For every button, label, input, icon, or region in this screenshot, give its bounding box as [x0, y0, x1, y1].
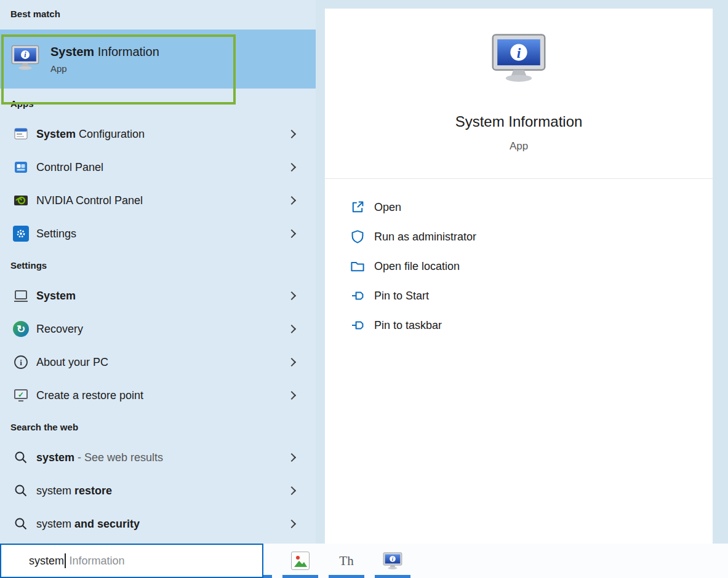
- result-label: NVIDIA Control Panel: [36, 194, 143, 207]
- best-match-header: Best match: [0, 0, 316, 30]
- info-circle-icon: i: [12, 354, 30, 371]
- result-label: System Configuration: [36, 128, 145, 141]
- chevron-right-icon[interactable]: [285, 131, 298, 137]
- result-row-about-your-pc[interactable]: i About your PC: [0, 346, 316, 379]
- action-run-as-administrator[interactable]: Run as administrator: [350, 222, 713, 251]
- control-panel-icon: [12, 159, 30, 176]
- chevron-right-icon[interactable]: [285, 392, 298, 398]
- system-configuration-icon: [12, 125, 30, 143]
- result-row-recovery[interactable]: ↻ Recovery: [0, 312, 316, 346]
- preview-panel: System Information App Open: [316, 0, 728, 544]
- best-match-title: System Information: [50, 45, 159, 58]
- image-viewer-icon: [291, 552, 310, 570]
- result-label: system restore: [36, 485, 112, 497]
- result-row-nvidia-control-panel[interactable]: NVIDIA Control Panel: [0, 184, 316, 217]
- pin-icon: [350, 288, 366, 304]
- result-label: About your PC: [36, 356, 108, 369]
- recovery-icon: ↻: [12, 320, 30, 338]
- svg-text:i: i: [20, 358, 22, 367]
- result-label: Recovery: [36, 323, 83, 336]
- restore-point-icon: ✓: [12, 387, 30, 404]
- text-app-button[interactable]: Th: [337, 551, 356, 571]
- search-typed-text: system: [29, 555, 64, 568]
- settings-gear-icon: [12, 225, 30, 242]
- action-open-file-location[interactable]: Open file location: [350, 251, 713, 281]
- file-location-icon: [350, 258, 366, 274]
- text-caret: [65, 553, 66, 568]
- action-label: Run as administrator: [374, 231, 476, 243]
- result-label: Settings: [36, 228, 76, 240]
- action-label: Pin to Start: [374, 290, 429, 303]
- text-app-icon: Th: [339, 553, 353, 569]
- result-row-settings[interactable]: Settings: [0, 217, 316, 250]
- start-search-screen: Best match System Information App Apps: [0, 0, 728, 578]
- action-pin-to-taskbar[interactable]: Pin to taskbar: [350, 311, 713, 340]
- chevron-right-icon[interactable]: [285, 454, 298, 461]
- search-input[interactable]: system Information: [0, 544, 263, 578]
- system-information-icon-large: [491, 33, 546, 86]
- web-search-icon: [12, 515, 30, 532]
- preview-app-subtitle: App: [510, 140, 528, 152]
- action-open[interactable]: Open: [350, 192, 713, 222]
- result-row-web-system[interactable]: system - See web results: [0, 441, 316, 474]
- section-header-search-the-web: Search the web: [0, 412, 316, 441]
- chevron-right-icon[interactable]: [285, 164, 298, 170]
- section-header-settings: Settings: [0, 250, 316, 279]
- admin-shield-icon: [350, 229, 366, 245]
- result-row-create-restore-point[interactable]: ✓ Create a restore point: [0, 379, 316, 412]
- section-header-apps: Apps: [0, 89, 316, 117]
- result-label: Create a restore point: [36, 389, 143, 402]
- system-information-taskbar-button[interactable]: [383, 551, 402, 571]
- action-pin-to-start[interactable]: Pin to Start: [350, 281, 713, 311]
- chevron-right-icon[interactable]: [285, 326, 298, 332]
- action-label: Pin to taskbar: [374, 319, 442, 332]
- result-row-system[interactable]: System: [0, 279, 316, 312]
- preview-app-title: System Information: [455, 113, 583, 130]
- web-search-icon: [12, 482, 30, 499]
- result-label: system - See web results: [36, 451, 163, 464]
- system-monitor-icon: [12, 287, 30, 304]
- chevron-right-icon[interactable]: [285, 521, 298, 527]
- chevron-right-icon[interactable]: [285, 231, 298, 237]
- chevron-right-icon[interactable]: [285, 488, 298, 494]
- best-match-text: System Information App: [50, 45, 159, 74]
- open-external-icon: [350, 199, 366, 215]
- svg-text:✓: ✓: [18, 390, 24, 399]
- chevron-right-icon[interactable]: [285, 197, 298, 204]
- result-label: system and security: [36, 518, 140, 531]
- search-results-panel: Best match System Information App Apps: [0, 0, 316, 544]
- action-label: Open file location: [374, 260, 460, 273]
- result-label: Control Panel: [36, 161, 103, 174]
- running-indicator: [375, 575, 410, 578]
- chevron-right-icon[interactable]: [285, 359, 298, 365]
- best-match-subtitle: App: [50, 63, 159, 74]
- best-match-result[interactable]: System Information App: [0, 30, 316, 89]
- result-label: System: [36, 290, 76, 303]
- pin-icon: [350, 317, 366, 333]
- preview-card: System Information App Open: [325, 9, 713, 544]
- running-indicator: [329, 575, 364, 578]
- result-row-web-system-and-security[interactable]: system and security: [0, 507, 316, 540]
- search-suggestion-text: Information: [70, 555, 125, 568]
- result-row-system-configuration[interactable]: System Configuration: [0, 117, 316, 151]
- result-row-web-system-restore[interactable]: system restore: [0, 474, 316, 507]
- result-row-control-panel[interactable]: Control Panel: [0, 151, 316, 184]
- chevron-right-icon[interactable]: [285, 293, 298, 299]
- nvidia-control-panel-icon: [12, 192, 30, 209]
- web-search-icon: [12, 449, 30, 466]
- action-label: Open: [374, 201, 401, 214]
- action-list: Open Run as administrator: [325, 179, 713, 340]
- running-indicator: [282, 575, 318, 578]
- image-viewer-button[interactable]: [290, 551, 310, 571]
- system-information-icon: [11, 45, 39, 73]
